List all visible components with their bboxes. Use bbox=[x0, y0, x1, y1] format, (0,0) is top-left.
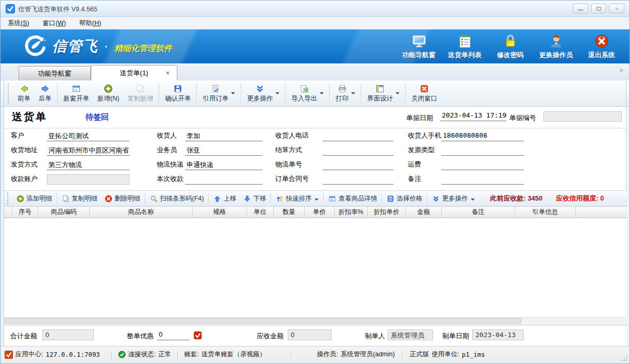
remark-input[interactable] bbox=[441, 174, 524, 185]
form-field-invoice-type: 发票类型 bbox=[408, 145, 524, 156]
address-input[interactable]: 河南省郑州市中原区河南省 bbox=[47, 145, 129, 156]
reference-order-button[interactable]: 引用订单 bbox=[198, 83, 239, 104]
banner-action-delivery-list[interactable]: 送货单列表 bbox=[448, 34, 482, 60]
col-remark[interactable]: 备注 bbox=[442, 207, 515, 218]
banner-action-change-operator[interactable]: 更换操作员 bbox=[539, 34, 573, 60]
brand-dot: · bbox=[105, 41, 108, 53]
menu-item-help[interactable]: 帮助(H) bbox=[79, 19, 101, 28]
ui-design-button[interactable]: 界面设计 bbox=[363, 83, 404, 104]
tab-nav-window[interactable]: 功能导航窗 bbox=[19, 66, 91, 80]
connection-ok-icon bbox=[118, 351, 126, 358]
freight-input[interactable] bbox=[441, 160, 524, 170]
status-separator bbox=[111, 351, 112, 359]
banner: 信管飞 · 精细化管理软件 功能导航窗 bbox=[1, 29, 629, 63]
tab-close-icon[interactable]: × bbox=[165, 70, 170, 76]
delivery-list-icon bbox=[457, 34, 473, 49]
receiver-phone-input[interactable] bbox=[323, 131, 393, 141]
dropdown-caret-icon bbox=[351, 92, 355, 96]
form-field-customer: 客户亚拓公司测试 bbox=[11, 131, 129, 141]
dropdown-caret-icon bbox=[320, 92, 324, 96]
doc-divider bbox=[4, 128, 627, 128]
import-export-button[interactable]: 导入导出 bbox=[287, 83, 328, 104]
receiver-mobile-input[interactable]: 18608080808 bbox=[441, 131, 524, 141]
confirm-order-button[interactable]: 确认开单 bbox=[161, 83, 195, 104]
col-quantity[interactable]: 数量 bbox=[274, 207, 305, 218]
org-name: p1_ims bbox=[462, 351, 485, 358]
banner-action-change-password[interactable]: 修改密码 bbox=[494, 34, 527, 60]
delete-detail-button[interactable]: 删除明细 bbox=[101, 193, 144, 204]
new-window-order-button[interactable]: 新窗开单 bbox=[59, 83, 93, 104]
add-detail-button[interactable]: 添加明细 bbox=[13, 193, 56, 204]
titlebar: 信管飞送货单软件 V9.4.565 × bbox=[1, 1, 629, 17]
minimize-icon bbox=[578, 9, 583, 11]
resize-grip-handle[interactable] bbox=[622, 356, 627, 361]
prev-order-button[interactable]: 前单 bbox=[13, 83, 35, 104]
toolbar-separator bbox=[196, 83, 197, 104]
col-unit-price[interactable]: 单价 bbox=[305, 207, 335, 218]
minimize-button[interactable] bbox=[573, 4, 588, 13]
scan-barcode-button[interactable]: 扫描条形码(F4) bbox=[146, 193, 207, 204]
total-amount-field: 0 bbox=[42, 329, 94, 340]
exit-icon bbox=[594, 34, 609, 49]
payment-now-input[interactable] bbox=[185, 174, 262, 185]
grid-body[interactable] bbox=[4, 218, 627, 317]
more-actions-icon bbox=[432, 195, 440, 203]
select-price-button[interactable]: 选择价格 bbox=[383, 193, 426, 204]
order-contract-no-input[interactable] bbox=[323, 174, 393, 185]
copy-detail-button[interactable]: 复制明细 bbox=[58, 193, 101, 204]
move-up-icon bbox=[213, 195, 221, 203]
print-button[interactable]: 打印 bbox=[331, 83, 359, 104]
logistics-no-input[interactable] bbox=[323, 160, 393, 170]
menu-item-window[interactable]: 窗口(W) bbox=[43, 19, 66, 28]
add-icon bbox=[16, 195, 24, 203]
move-up-button[interactable]: 上移 bbox=[210, 193, 240, 204]
form-field-freight: 运费 bbox=[408, 160, 524, 170]
discount-icon[interactable] bbox=[194, 332, 202, 339]
operator-icon bbox=[549, 34, 564, 49]
doc-title: 送货单 bbox=[12, 110, 47, 124]
col-index[interactable]: 序号 bbox=[12, 207, 38, 218]
bill-maker-label: 制单人 bbox=[365, 332, 385, 341]
toolbar-grip-handle[interactable] bbox=[8, 84, 9, 103]
close-button[interactable]: × bbox=[609, 4, 624, 13]
receiver-input[interactable]: 李加 bbox=[185, 131, 262, 141]
col-unit[interactable]: 单位 bbox=[247, 207, 274, 218]
customer-input[interactable]: 亚拓公司测试 bbox=[47, 131, 129, 141]
col-discount-rate[interactable]: 折扣率% bbox=[335, 207, 368, 218]
detail-toolbar-grip-handle[interactable] bbox=[7, 192, 9, 205]
menu-item-system[interactable]: 系统(S) bbox=[8, 19, 29, 28]
col-amount[interactable]: 金额 bbox=[406, 207, 442, 218]
tabstrip-close-icon[interactable]: × bbox=[619, 67, 623, 74]
col-product-name[interactable]: 商品名称 bbox=[90, 207, 193, 218]
settlement-input[interactable] bbox=[323, 145, 393, 156]
form-field-payment-now: 本次收款 bbox=[157, 174, 262, 185]
logistics-input[interactable]: 申通快递 bbox=[185, 160, 262, 170]
invoice-type-input[interactable] bbox=[441, 145, 524, 156]
ship-method-input[interactable]: 第三方物流 bbox=[47, 160, 129, 170]
tab-delivery-order[interactable]: 送货单(1) × bbox=[91, 65, 177, 80]
scrollbar-thumb[interactable] bbox=[5, 318, 521, 324]
col-product-code[interactable]: 商品编码 bbox=[38, 207, 90, 218]
toolbar-separator bbox=[427, 193, 427, 204]
more-actions-button[interactable]: 更多操作 bbox=[243, 83, 284, 104]
move-down-button[interactable]: 下移 bbox=[240, 193, 270, 204]
close-window-button[interactable]: 关闭窗口 bbox=[407, 83, 441, 104]
col-spec[interactable]: 规格 bbox=[193, 207, 247, 218]
move-down-icon bbox=[243, 195, 251, 203]
order-discount-input[interactable]: 0 bbox=[157, 329, 190, 340]
app-logo-icon bbox=[6, 4, 15, 13]
col-discount-price[interactable]: 折扣单价 bbox=[368, 207, 406, 218]
next-order-button[interactable]: 后单 bbox=[35, 83, 56, 104]
col-ref-info[interactable]: 引单信息 bbox=[515, 207, 576, 218]
receivable-amount-label: 应收金额 bbox=[257, 332, 284, 341]
quick-sort-button[interactable]: 快速排序 bbox=[272, 193, 322, 204]
salesman-input[interactable]: 张亚 bbox=[185, 145, 262, 156]
banner-action-nav-window[interactable]: 功能导航窗 bbox=[402, 34, 436, 60]
banner-action-exit[interactable]: 退出系统 bbox=[585, 34, 618, 60]
horizontal-scrollbar[interactable] bbox=[4, 317, 627, 324]
maximize-button[interactable] bbox=[591, 4, 606, 13]
bill-date-input[interactable]: 2023-04-13 17:19 bbox=[440, 111, 506, 121]
add-new-button[interactable]: 新增(N) bbox=[93, 83, 123, 104]
detail-more-actions-button[interactable]: 更多操作 bbox=[428, 193, 478, 204]
view-product-detail-button[interactable]: 查看商品详情 bbox=[325, 193, 380, 204]
